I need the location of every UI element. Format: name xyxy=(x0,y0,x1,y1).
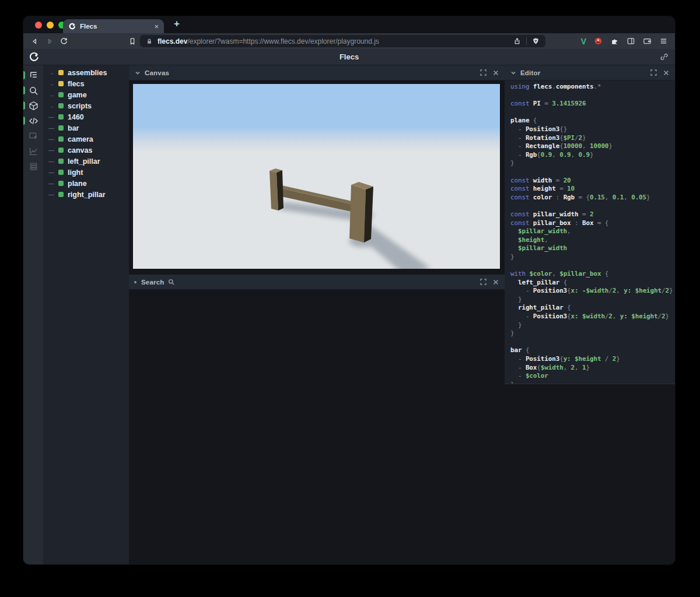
tree-item-canvas[interactable]: —canvas xyxy=(43,145,129,156)
code-line[interactable]: - Position3{y: $height / 2} xyxy=(510,355,675,364)
editor-code[interactable]: using flecs.components.* const PI = 3.14… xyxy=(505,80,675,384)
tree-item-plane[interactable]: —plane xyxy=(43,178,129,189)
entity-square-icon xyxy=(58,170,64,175)
code-line[interactable]: } xyxy=(510,296,675,304)
code-line[interactable]: } xyxy=(510,159,675,168)
code-line[interactable]: - Rotation3{$PI/2} xyxy=(510,134,675,143)
code-line[interactable]: bar { xyxy=(510,346,675,355)
close-icon[interactable] xyxy=(492,279,499,286)
expand-arrow-icon[interactable]: → xyxy=(48,81,58,87)
code-line[interactable]: const height = 10 xyxy=(510,185,675,194)
expand-arrow-icon[interactable]: → xyxy=(48,92,58,98)
code-line[interactable]: $height, xyxy=(510,236,675,245)
leaf-dash-icon: — xyxy=(48,114,58,120)
tree-item-camera[interactable]: —camera xyxy=(43,134,129,145)
code-line[interactable] xyxy=(510,168,675,177)
chevron-down-icon[interactable] xyxy=(510,69,517,76)
tree-item-1460[interactable]: —1460 xyxy=(43,111,129,122)
tree-item-light[interactable]: —light xyxy=(43,167,129,178)
tree-item-bar[interactable]: —bar xyxy=(43,122,129,134)
expand-arrow-icon[interactable]: → xyxy=(48,70,58,76)
code-line[interactable]: - Position3{x: $width/2, y: $height/2} xyxy=(510,312,675,321)
minimize-window-button[interactable] xyxy=(47,22,54,29)
sidebar-icon[interactable] xyxy=(626,37,635,45)
code-line[interactable]: plane { xyxy=(510,117,675,125)
code-line[interactable]: - $color xyxy=(510,372,675,381)
rail-item-entities[interactable] xyxy=(23,98,43,113)
new-tab-button[interactable]: + xyxy=(170,18,184,30)
code-line[interactable]: - Rectangle{10000, 10000} xyxy=(510,142,675,151)
code-line[interactable]: - Position3{} xyxy=(510,125,675,134)
code-line[interactable]: left_pillar { xyxy=(510,279,675,287)
code-line[interactable]: const width = 20 xyxy=(510,177,675,185)
brave-shield-icon[interactable] xyxy=(532,37,540,45)
search-icon xyxy=(29,86,38,96)
fullscreen-icon[interactable] xyxy=(480,278,487,286)
rail-item-search[interactable] xyxy=(23,83,43,98)
share-icon[interactable] xyxy=(513,37,521,45)
tree-item-label: canvas xyxy=(68,146,92,154)
fullscreen-icon[interactable] xyxy=(650,69,657,76)
bookmark-icon[interactable] xyxy=(128,37,136,45)
entity-square-icon xyxy=(58,159,64,164)
fullscreen-icon[interactable] xyxy=(480,69,487,76)
tree-item-label: bar xyxy=(68,124,79,132)
code-line[interactable]: - Rgb{0.9, 0.9, 0.9} xyxy=(510,151,675,160)
close-icon[interactable] xyxy=(492,69,499,76)
tree-item-assemblies[interactable]: →assemblies xyxy=(43,67,129,78)
tree-item-flecs[interactable]: →flecs xyxy=(43,78,129,89)
code-line[interactable] xyxy=(510,92,675,100)
code-line[interactable]: - Position3{x: -$width/2, y: $height/2} xyxy=(510,287,675,296)
chevron-down-icon[interactable] xyxy=(134,69,141,76)
code-line[interactable]: } xyxy=(510,253,675,262)
code-line[interactable]: const color : Rgb = {0.15, 0.1, 0.05} xyxy=(510,194,675,202)
code-line[interactable] xyxy=(510,261,675,270)
code-line[interactable]: } xyxy=(510,329,675,338)
code-line[interactable]: const pillar_box : Box = { xyxy=(510,219,675,228)
forward-button[interactable] xyxy=(46,37,54,45)
code-line[interactable]: - Box{$width, 2, 1} xyxy=(510,364,675,373)
reload-button[interactable] xyxy=(60,37,68,45)
code-line[interactable]: with $color, $pillar_box { xyxy=(510,270,675,279)
module-square-icon xyxy=(58,70,64,75)
extensions-puzzle-icon[interactable] xyxy=(610,37,619,45)
code-line[interactable] xyxy=(510,202,675,210)
menu-icon[interactable] xyxy=(659,37,668,45)
code-line[interactable]: right_pillar { xyxy=(510,304,675,312)
tree-item-game[interactable]: →game xyxy=(43,89,129,100)
share-link-icon[interactable] xyxy=(660,52,668,61)
rail-item-statistics[interactable] xyxy=(23,143,43,159)
code-line[interactable]: const pillar_width = 2 xyxy=(510,210,675,219)
code-line[interactable]: $pillar_width, xyxy=(510,227,675,236)
code-line[interactable]: using flecs.components.* xyxy=(510,83,675,92)
wallet-icon[interactable] xyxy=(643,37,652,45)
sky-ground xyxy=(133,84,500,269)
red-extension-icon[interactable] xyxy=(594,37,603,45)
canvas-panel-header: Canvas xyxy=(129,65,505,80)
rail-item-tables[interactable] xyxy=(23,159,43,174)
code-line[interactable] xyxy=(510,338,675,347)
code-line[interactable]: const PI = 3.1415926 xyxy=(510,100,675,108)
vue-devtools-icon[interactable]: V xyxy=(581,37,586,46)
rail-item-inspect[interactable] xyxy=(23,128,43,143)
close-window-button[interactable] xyxy=(35,22,42,29)
collapsed-dot-icon[interactable] xyxy=(134,281,136,283)
tree-item-right_pillar[interactable]: —right_pillar xyxy=(43,189,129,200)
code-line[interactable]: } xyxy=(510,381,675,384)
code-line[interactable] xyxy=(510,108,675,117)
rail-item-script-editor[interactable] xyxy=(23,113,43,128)
expand-arrow-icon[interactable]: → xyxy=(48,103,58,109)
leaf-dash-icon: — xyxy=(48,136,58,142)
code-line[interactable]: $pillar_width xyxy=(510,244,675,253)
rail-item-entity-tree[interactable] xyxy=(23,68,43,83)
tab-close-button[interactable]: × xyxy=(154,23,159,30)
back-button[interactable] xyxy=(30,37,39,45)
tree-item-left_pillar[interactable]: —left_pillar xyxy=(43,156,129,167)
close-icon[interactable] xyxy=(663,69,670,76)
address-bar[interactable]: flecs.dev/explorer/?wasm=https://www.fle… xyxy=(140,35,545,47)
browser-tab[interactable]: Flecs × xyxy=(63,19,164,33)
canvas-3d-viewport[interactable] xyxy=(133,84,500,269)
entity-tree: →assemblies→flecs→game→scripts—1460—bar—… xyxy=(43,65,129,564)
code-line[interactable]: } xyxy=(510,321,675,330)
tree-item-scripts[interactable]: →scripts xyxy=(43,100,129,111)
